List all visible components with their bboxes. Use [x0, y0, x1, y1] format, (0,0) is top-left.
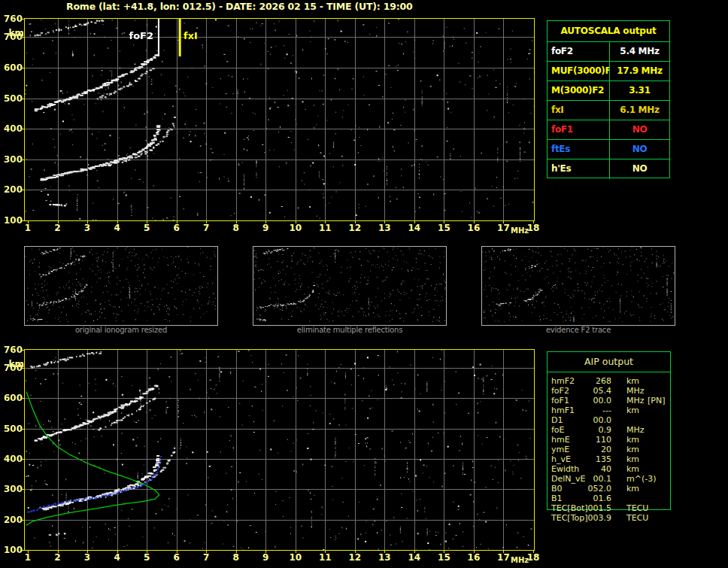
autoscala-row: h'EsNO: [548, 159, 669, 179]
x-axis-tick-label: 11: [316, 223, 334, 233]
x-axis-tick-mark: [265, 221, 266, 223]
aip-row-unit: km: [626, 405, 639, 415]
main-ionogram-canvas: [25, 19, 534, 220]
aip-row-label: D1: [551, 415, 563, 425]
x-axis-tick-mark: [117, 221, 118, 223]
y-axis-tick-mark: [21, 489, 24, 490]
y-axis-tick-label: 600: [0, 62, 23, 73]
x-axis-tick-label: 3: [78, 223, 96, 233]
autoscala-table-rows: foF25.4 MHzMUF(3000)F217.9 MHzM(3000)F23…: [548, 42, 669, 179]
autoscala-row-label: fxI: [548, 101, 610, 120]
x-axis-tick-mark: [117, 551, 118, 553]
x-axis-tick-mark: [325, 551, 326, 553]
x-axis-tick-label: 13: [375, 552, 393, 563]
x-axis-tick-label: 10: [287, 223, 305, 233]
y-axis-tick-label: 760: [0, 14, 23, 24]
y-axis-tick-mark: [21, 350, 24, 351]
x-axis-tick-mark: [503, 221, 504, 223]
aip-row: h_vE135km: [547, 454, 720, 464]
fxi-marker-label: fxI: [184, 30, 198, 41]
autoscala-row: ftEsNO: [548, 140, 669, 159]
x-axis-tick-label: 5: [138, 223, 156, 233]
x-axis-tick-mark: [474, 551, 475, 553]
aip-row-value: 268: [566, 376, 611, 386]
x-axis-tick-mark: [147, 221, 147, 223]
x-axis-tick-mark: [58, 221, 59, 223]
y-axis-tick-label: 200: [0, 184, 23, 195]
x-axis-tick-label: 5: [138, 552, 156, 563]
y-axis-tick-mark: [21, 550, 24, 551]
y-axis-tick-mark: [21, 99, 24, 99]
x-axis-tick-mark: [28, 221, 29, 223]
aip-row: foF100.0MHz[PN]: [547, 396, 720, 405]
x-axis-tick-mark: [533, 221, 534, 223]
autoscala-row-label: h'Es: [548, 159, 610, 179]
aip-row-unit: MHz: [626, 425, 645, 435]
x-axis-tick-mark: [355, 551, 356, 553]
aip-row: D100.0: [547, 415, 720, 425]
aip-row-note: [PN]: [648, 396, 665, 405]
y-axis-tick-mark: [21, 220, 24, 221]
aip-row-unit: km: [626, 376, 639, 386]
x-axis-tick-mark: [206, 551, 207, 553]
x-axis-tick-label: 7: [197, 552, 215, 563]
autoscala-table-title: AUTOSCALA output: [548, 21, 669, 42]
y-axis-tick-mark: [21, 159, 24, 160]
aip-row-label: B0: [551, 484, 563, 494]
aip-row-unit: km: [626, 445, 639, 454]
thumbnail-eliminate-canvas: [253, 247, 446, 322]
autoscala-row-label: ftEs: [548, 140, 610, 159]
aip-row-unit: km: [626, 435, 639, 445]
x-axis-tick-mark: [206, 221, 207, 223]
x-axis-tick-label: 7: [197, 223, 215, 233]
x-axis-tick-label: 14: [405, 223, 423, 233]
main-ionogram-plot: [24, 18, 535, 221]
thumbnail-eliminate-multiples: [253, 246, 447, 326]
aip-row-value: 052.0: [566, 484, 611, 494]
thumbnail-original-canvas: [25, 247, 217, 322]
thumbnail-caption-f2: evidence F2 trace: [481, 326, 675, 334]
aip-row-unit: km: [626, 454, 639, 464]
autoscala-row-value: 5.4 MHz: [610, 42, 669, 61]
x-axis-tick-mark: [87, 551, 88, 553]
x-axis-tick-label: 3: [78, 552, 96, 563]
aip-row-unit: MHz: [626, 396, 645, 405]
aip-row-value: 110: [566, 435, 611, 445]
x-axis-tick-label: 9: [256, 223, 275, 233]
aip-row: B0052.0km: [547, 484, 720, 494]
y-axis-tick-label: 500: [0, 424, 23, 434]
aip-row: foF205.4MHz: [547, 386, 720, 396]
autoscala-row-value: NO: [610, 159, 669, 179]
x-axis-tick-mark: [147, 551, 147, 553]
x-axis-tick-label: 4: [108, 223, 126, 233]
x-axis-tick-mark: [236, 221, 237, 223]
y-axis-tick-label: 400: [0, 123, 23, 134]
x-axis-tick-label: 14: [405, 552, 423, 563]
fof2-marker-label: foF2: [105, 30, 153, 41]
x-axis-tick-label: 16: [465, 552, 483, 563]
y-axis-tick-label: 100: [0, 545, 23, 555]
aip-row-value: 00.1: [566, 474, 611, 484]
x-axis-tick-label: 10: [287, 552, 305, 563]
aip-row-value: 001.5: [566, 503, 611, 513]
window-title: Rome (lat: +41.8, lon: 012.5) - DATE: 20…: [66, 1, 413, 12]
autoscala-row-label: foF1: [548, 120, 610, 139]
autoscala-output-table: AUTOSCALA output foF25.4 MHzMUF(3000)F21…: [547, 20, 670, 178]
x-axis-tick-label: 6: [168, 223, 186, 233]
x-axis-tick-label: 18: [524, 223, 542, 233]
aip-row-value: 40: [566, 464, 611, 474]
x-axis-tick-mark: [444, 221, 444, 223]
x-axis-tick-label: 9: [256, 552, 275, 563]
aip-row-value: 003.9: [566, 513, 611, 523]
x-axis-tick-mark: [384, 551, 385, 553]
autoscala-row-value: NO: [610, 120, 669, 139]
x-axis-tick-mark: [236, 551, 237, 553]
autoscala-row-label: M(3000)F2: [548, 81, 610, 100]
thumbnail-original-ionogram: [24, 246, 218, 326]
x-axis-tick-label: 18: [524, 552, 542, 563]
autoscala-row-value: 6.1 MHz: [610, 101, 669, 120]
y-axis-tick-mark: [21, 398, 24, 399]
aip-row: DelN_vE00.1m^(-3): [547, 474, 720, 484]
y-axis-tick-label: 700: [0, 363, 23, 373]
aip-row-value: 01.6: [566, 494, 611, 503]
